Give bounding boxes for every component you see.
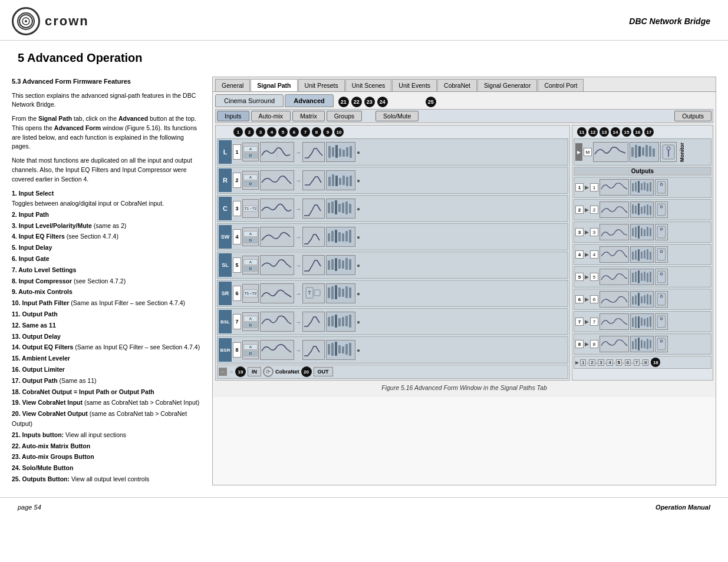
- mon-eq[interactable]: [593, 142, 628, 162]
- out-eq-1[interactable]: [599, 179, 629, 196]
- out-fader-2[interactable]: [630, 201, 654, 218]
- out-eq-6[interactable]: [599, 291, 629, 308]
- btn-groups[interactable]: Groups: [327, 111, 362, 121]
- sub-tab-advanced[interactable]: Advanced: [285, 94, 334, 107]
- out-fader-7[interactable]: [630, 313, 654, 330]
- out-ctrl-4[interactable]: [655, 246, 668, 263]
- out-fader-4[interactable]: [630, 246, 654, 263]
- feature-4: 4. Input EQ Filters (see Section 4.7.4): [12, 232, 200, 242]
- btn-in[interactable]: IN: [248, 367, 261, 376]
- comp-block-L[interactable]: [302, 142, 325, 162]
- outputs-label: Outputs: [574, 167, 711, 176]
- out-ctrl-6[interactable]: [655, 291, 668, 308]
- out-arr-3: ▶: [585, 229, 589, 235]
- arrow-SW: →: [295, 234, 301, 240]
- tab-unit-scenes[interactable]: Unit Scenes: [345, 79, 392, 91]
- tab-general[interactable]: General: [215, 79, 250, 91]
- out-fader-1[interactable]: [630, 179, 654, 196]
- fader-BSL[interactable]: [326, 312, 355, 332]
- btn-solomute[interactable]: Solo/Mute: [375, 111, 419, 121]
- out-eq-2[interactable]: [599, 201, 629, 218]
- cobra-icon: ⟳: [263, 366, 274, 377]
- out-fader-5[interactable]: [630, 269, 654, 285]
- eq-block-R[interactable]: [260, 170, 294, 190]
- inp-select-R[interactable]: A D: [242, 171, 259, 190]
- out-eq-8[interactable]: [599, 336, 629, 352]
- inp-select-SW[interactable]: A D: [242, 227, 259, 246]
- inp-select-BSR[interactable]: A D: [242, 340, 259, 359]
- ch-label-R: R: [219, 168, 232, 192]
- out-ctrl-8[interactable]: [655, 336, 668, 352]
- eq-block-BSL[interactable]: [260, 312, 294, 332]
- tab-unit-presets[interactable]: Unit Presets: [298, 79, 345, 91]
- fader-SR[interactable]: [326, 283, 355, 303]
- tab-control-port[interactable]: Control Port: [538, 79, 584, 91]
- comp-block-R[interactable]: [302, 170, 325, 190]
- btn-outputs[interactable]: Outputs: [674, 111, 711, 121]
- monitor-text: Monitor: [678, 141, 686, 163]
- fader-L[interactable]: [326, 142, 355, 162]
- output-numbers-row: 11 12 13 14 15 16 17: [574, 127, 711, 138]
- sub-tab-cinema-surround[interactable]: Cinema Surround: [215, 94, 284, 107]
- svg-rect-119: [635, 295, 637, 305]
- comp-block-C[interactable]: [302, 199, 325, 219]
- out-fader-8[interactable]: [630, 336, 654, 352]
- comp-block-SW[interactable]: [302, 227, 325, 247]
- svg-rect-95: [644, 229, 645, 236]
- eq-block-BSR[interactable]: [260, 340, 294, 360]
- badge-25: 25: [426, 97, 436, 107]
- route-dot-L: ●: [357, 149, 360, 156]
- tab-signal-generator[interactable]: Signal Generator: [477, 79, 537, 91]
- out-eq-7[interactable]: [599, 313, 629, 330]
- inp-select-BSL[interactable]: A D: [242, 312, 259, 331]
- comp-block-SL[interactable]: [302, 255, 325, 275]
- out-eq-4[interactable]: [599, 246, 629, 263]
- inp-select-SL[interactable]: A D: [242, 256, 259, 275]
- eq-block-L[interactable]: [260, 142, 294, 162]
- inp-select-SR[interactable]: T1→T2: [242, 284, 259, 303]
- svg-rect-137: [635, 339, 637, 349]
- btn-inputs[interactable]: Inputs: [217, 111, 249, 121]
- eq-block-C[interactable]: [260, 199, 294, 219]
- btn-matrix[interactable]: Matrix: [292, 111, 325, 121]
- feature-list: 1. Input Select Toggles between analog/d…: [12, 189, 200, 484]
- tab-unit-events[interactable]: Unit Events: [392, 79, 437, 91]
- mon-output-ctrl[interactable]: [660, 142, 677, 162]
- mon-fader[interactable]: [630, 142, 659, 162]
- tab-signal-path[interactable]: Signal Path: [251, 79, 297, 91]
- out-ctrl-5[interactable]: [655, 269, 668, 285]
- comp-block-BSL[interactable]: [302, 312, 325, 332]
- tab-cobranet[interactable]: CobraNet: [437, 79, 477, 91]
- svg-rect-42: [328, 287, 330, 298]
- out-eq-3[interactable]: [599, 224, 629, 240]
- comp-block-BSR[interactable]: [302, 340, 325, 360]
- out-eq-5[interactable]: [599, 269, 629, 285]
- eq-block-SR[interactable]: [260, 283, 294, 303]
- svg-rect-141: [647, 339, 648, 349]
- fader-BSR[interactable]: [326, 340, 355, 360]
- inp-select-C[interactable]: T1→T2: [242, 199, 259, 218]
- fader-R[interactable]: [326, 170, 355, 190]
- comp-block-SR[interactable]: T: [302, 283, 325, 303]
- out-num-13: 13: [599, 127, 609, 137]
- svg-rect-102: [638, 249, 640, 261]
- btn-out[interactable]: OUT: [314, 367, 333, 376]
- btn-automix[interactable]: Auto-mix: [251, 111, 291, 121]
- fader-SL[interactable]: [326, 255, 355, 275]
- svg-rect-22: [342, 203, 344, 213]
- fader-SW[interactable]: [326, 227, 355, 247]
- feature-20: 20. View CobraNet Output (same as CobraN…: [12, 409, 200, 429]
- ch-num-C: 3: [233, 201, 241, 216]
- eq-block-SL[interactable]: [260, 255, 294, 275]
- out-ctrl-7[interactable]: [655, 313, 668, 330]
- out-fader-6[interactable]: [630, 291, 654, 308]
- out-num-5b: 5: [590, 273, 598, 281]
- fader-C[interactable]: [326, 199, 355, 219]
- out-ctrl-2[interactable]: [655, 201, 668, 218]
- out-ctrl-3[interactable]: [655, 224, 668, 240]
- input-numbers-row: 1 2 3 4 5 6 7 8 9 10: [217, 127, 568, 138]
- eq-block-SW[interactable]: [260, 227, 294, 247]
- inp-select-L[interactable]: A D: [242, 143, 259, 161]
- out-ctrl-1[interactable]: [655, 179, 668, 196]
- out-fader-3[interactable]: [630, 224, 654, 240]
